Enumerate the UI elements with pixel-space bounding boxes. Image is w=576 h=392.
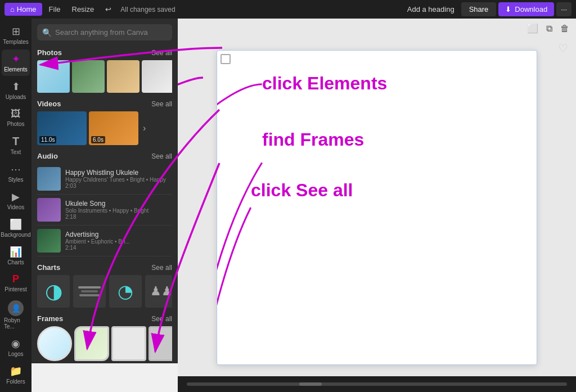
- frames-section-title: Frames: [37, 314, 63, 323]
- undo-button[interactable]: ↩: [101, 3, 116, 16]
- photos-section: Photos See all ›: [32, 44, 178, 95]
- audio-item-3[interactable]: Advertising Ambient • Euphoric • Bri... …: [37, 226, 172, 256]
- sidebar-item-videos[interactable]: ▶ Videos: [2, 187, 30, 214]
- chart-thumb-3[interactable]: ◔: [109, 275, 142, 308]
- sidebar-label-photos: Photos: [7, 121, 24, 127]
- audio-meta-1: Happy Childrens' Tunes • Bright • Happy: [65, 177, 172, 183]
- video-duration-2: 6.0s: [91, 136, 105, 143]
- canvas-page[interactable]: click Elements find Frames click See all: [217, 50, 537, 365]
- audio-meta-3: Ambient • Euphoric • Bri...: [65, 238, 172, 245]
- sidebar-label-pinterest: Pinterest: [4, 286, 26, 292]
- search-input[interactable]: [37, 24, 172, 40]
- audio-section-header: Audio See all: [37, 152, 172, 160]
- canvas-page-checkbox[interactable]: [220, 54, 231, 64]
- sidebar-item-pinterest[interactable]: P Pinterest: [2, 270, 30, 296]
- audio-section-title: Audio: [37, 152, 58, 160]
- chart-thumb-4[interactable]: ♟♟: [145, 275, 172, 308]
- videos-section-header: Videos See all: [37, 100, 172, 108]
- frames-see-all[interactable]: See all: [151, 315, 172, 323]
- save-status: All changes saved: [120, 6, 175, 13]
- sidebar-item-templates[interactable]: ⊞ Templates: [2, 22, 30, 48]
- photos-see-all[interactable]: See all: [151, 49, 172, 57]
- audio-info-3: Advertising Ambient • Euphoric • Bri... …: [65, 231, 172, 251]
- photo-thumb-2[interactable]: [72, 60, 105, 93]
- audio-item-2[interactable]: Ukulele Song Solo Instruments • Happy • …: [37, 195, 172, 226]
- frame-thumb-2[interactable]: [74, 326, 109, 361]
- sidebar-label-elements: Elements: [4, 66, 28, 73]
- charts-section-title: Charts: [37, 263, 60, 272]
- main-layout: ⊞ Templates ✦ Elements ⬆ Uploads 🖼 Photo…: [0, 19, 576, 392]
- audio-section: Audio See all Happy Whistling Ukulele Ha…: [32, 147, 178, 259]
- photos-icon: 🖼: [11, 108, 21, 120]
- photo-thumb-3[interactable]: [107, 60, 140, 93]
- photos-section-header: Photos See all: [37, 48, 172, 57]
- frame-thumb-1[interactable]: [37, 326, 72, 361]
- video-duration-1: 11.0s: [39, 136, 56, 143]
- photo-thumb-4[interactable]: [142, 60, 172, 93]
- audio-thumb-3: [37, 229, 61, 253]
- photos-section-title: Photos: [37, 48, 62, 57]
- charts-icon: 📊: [10, 246, 22, 258]
- canvas-area: ⬜ ⧉ 🗑 ♡ click Elements find Frames click…: [178, 19, 576, 392]
- canvas-heart-button[interactable]: ♡: [558, 42, 568, 55]
- audio-thumb-1: [37, 167, 61, 191]
- chart-thumb-2[interactable]: [73, 275, 106, 308]
- more-options-button[interactable]: ···: [556, 2, 572, 16]
- file-button[interactable]: File: [44, 3, 65, 16]
- horizontal-scrollbar[interactable]: [187, 382, 567, 386]
- canvas-delete-button[interactable]: 🗑: [558, 22, 572, 35]
- videos-icon: ▶: [12, 191, 20, 203]
- sidebar-item-photos[interactable]: 🖼 Photos: [2, 105, 30, 130]
- home-button[interactable]: ⌂ Home: [4, 3, 42, 16]
- sidebar-item-logos[interactable]: ◉ Logos: [2, 334, 30, 361]
- home-icon: ⌂: [10, 5, 15, 13]
- video-thumb-2[interactable]: 6.0s: [89, 111, 138, 145]
- audio-see-all[interactable]: See all: [151, 152, 172, 160]
- home-label: Home: [17, 5, 37, 13]
- videos-see-all[interactable]: See all: [151, 100, 172, 108]
- chart-icon-3: ◔: [118, 281, 133, 302]
- uploads-icon: ⬆: [12, 80, 20, 93]
- frames-section: Frames See all ›: [32, 310, 178, 363]
- sidebar-label-background: Background: [1, 232, 30, 238]
- frame-thumb-4[interactable]: [148, 326, 172, 361]
- sidebar-item-folders[interactable]: 📁 Folders: [2, 362, 30, 388]
- canvas-duplicate-button[interactable]: ⧉: [544, 22, 555, 35]
- sidebar-item-uploads[interactable]: ⬆ Uploads: [2, 77, 30, 103]
- resize-button[interactable]: Resize: [68, 3, 99, 16]
- audio-item-1[interactable]: Happy Whistling Ukulele Happy Childrens'…: [37, 164, 172, 195]
- elements-icon: ✦: [12, 53, 20, 65]
- annotation-find-frames: find Frames: [262, 129, 364, 150]
- styles-icon: ⋯: [11, 163, 21, 175]
- charts-section-header: Charts See all: [37, 263, 172, 272]
- sidebar-item-robyn[interactable]: 👤 Robyn Te...: [2, 297, 30, 333]
- audio-title-2: Ukulele Song: [65, 200, 172, 208]
- sidebar-item-background[interactable]: ⬜ Background: [2, 215, 30, 241]
- annotation-click-see-all: click See all: [251, 180, 353, 201]
- add-heading-button[interactable]: Add a heading: [403, 3, 459, 16]
- sidebar-item-styles[interactable]: ⋯ Styles: [2, 160, 30, 186]
- background-icon: ⬜: [10, 218, 22, 231]
- pinterest-icon: P: [12, 273, 19, 285]
- download-button[interactable]: ⬇ Download: [498, 2, 554, 16]
- videos-next-icon[interactable]: ›: [141, 111, 148, 145]
- canvas-export-button[interactable]: ⬜: [525, 22, 541, 35]
- audio-title-3: Advertising: [65, 231, 172, 238]
- sidebar-label-uploads: Uploads: [6, 94, 26, 100]
- sidebar-item-elements[interactable]: ✦ Elements: [2, 49, 30, 76]
- photo-thumb-1[interactable]: [37, 60, 70, 93]
- video-thumb-1[interactable]: 11.0s: [37, 111, 87, 145]
- share-button[interactable]: Share: [461, 2, 497, 16]
- bottom-bar: [178, 376, 576, 392]
- search-bar: 🔍: [37, 24, 172, 40]
- sidebar-item-charts[interactable]: 📊 Charts: [2, 242, 30, 269]
- charts-see-all[interactable]: See all: [151, 264, 172, 272]
- sidebar-label-text: Text: [11, 149, 21, 155]
- audio-duration-2: 2:18: [65, 214, 172, 220]
- elements-panel: 🔍 Photos See all ›: [32, 19, 178, 363]
- canvas-viewport: ♡ click Elements find Frames click See a…: [178, 38, 576, 376]
- sidebar-item-text[interactable]: T Text: [2, 132, 30, 159]
- annotation-arrows-svg: [217, 51, 537, 364]
- frame-thumb-3[interactable]: [111, 326, 146, 361]
- chart-thumb-1[interactable]: ◑: [37, 275, 70, 308]
